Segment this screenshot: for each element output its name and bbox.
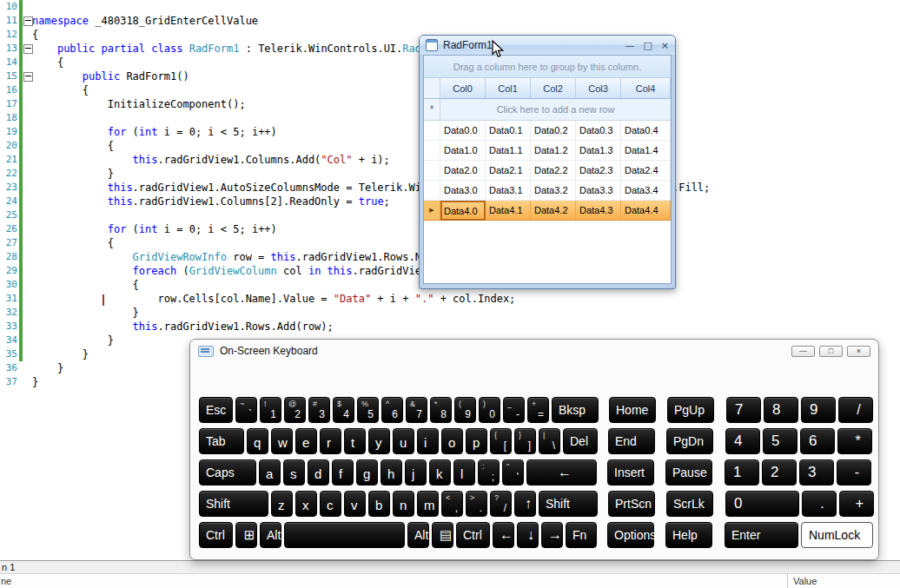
key-esc[interactable]: Esc <box>199 397 233 423</box>
key-numpad8[interactable]: 8 <box>764 397 798 423</box>
minimize-button[interactable]: — <box>625 41 634 50</box>
key-arrow-down[interactable]: ↓ <box>517 522 539 548</box>
key-numpad-enter[interactable]: Enter <box>725 522 798 548</box>
key-numpad-decimal[interactable]: . <box>802 491 837 517</box>
key-n[interactable]: n <box>393 491 414 517</box>
key-tab[interactable]: Tab <box>199 428 244 454</box>
key-5[interactable]: %5 <box>357 397 379 423</box>
key-p[interactable]: p <box>466 428 487 454</box>
key-win[interactable]: ⊞ <box>235 522 257 548</box>
fold-collapse-icon[interactable] <box>23 44 33 54</box>
key-c[interactable]: c <box>320 491 341 517</box>
key-g[interactable]: g <box>356 459 378 486</box>
key-arrow-right[interactable]: → <box>541 522 563 548</box>
column-header-col0[interactable]: Col0 <box>440 78 486 99</box>
key-backslash[interactable]: |\ <box>539 428 560 454</box>
key-arrow-up[interactable]: ↑ <box>514 491 536 517</box>
key-m[interactable]: m <box>417 491 439 517</box>
close-button[interactable]: × <box>661 41 669 50</box>
grid-cell[interactable]: Data0.1 <box>486 121 531 141</box>
key-1[interactable]: !1 <box>260 397 281 423</box>
key-options[interactable]: Options <box>607 522 654 548</box>
key-key[interactable]: ~` <box>235 397 257 423</box>
column-header-col2[interactable]: Col2 <box>531 78 576 99</box>
key-numpad-add[interactable]: + <box>839 491 874 517</box>
key-7[interactable]: &7 <box>406 397 427 423</box>
key-2[interactable]: @2 <box>284 397 306 423</box>
grid-cell[interactable]: Data4.1 <box>486 201 531 221</box>
key-l[interactable]: l <box>453 459 475 486</box>
grid-cell[interactable]: Data3.3 <box>576 181 621 201</box>
key-0[interactable]: )0 <box>479 397 500 423</box>
grid-cell[interactable]: Data2.2 <box>531 161 576 181</box>
key-x[interactable]: x <box>295 491 317 517</box>
grid-cell[interactable]: Data1.2 <box>531 141 576 161</box>
key-pause[interactable]: Pause <box>665 459 712 486</box>
key-8[interactable]: *8 <box>430 397 452 423</box>
key-equals[interactable]: += <box>527 397 549 423</box>
key-6[interactable]: ^6 <box>381 397 403 423</box>
grid-cell[interactable]: Data1.3 <box>576 141 621 161</box>
key-comma[interactable]: <, <box>441 491 463 517</box>
grid-cell[interactable]: Data1.1 <box>486 141 531 161</box>
key-u[interactable]: u <box>393 428 414 454</box>
grid-row-1[interactable]: Data1.0Data1.1Data1.2Data1.3Data1.4 <box>424 141 671 161</box>
code-line[interactable]: 32 } <box>0 306 900 320</box>
key-numpad-multiply[interactable]: * <box>837 428 872 454</box>
key-bksp[interactable]: Bksp <box>552 397 599 423</box>
grid-cell[interactable]: Data4.2 <box>531 201 576 221</box>
restore-button[interactable]: □ <box>819 346 843 357</box>
key-help[interactable]: Help <box>665 522 712 548</box>
column-header-col4[interactable]: Col4 <box>621 78 671 99</box>
key-numpad3[interactable]: 3 <box>799 459 834 486</box>
key-q[interactable]: q <box>247 428 268 454</box>
key-f[interactable]: f <box>332 459 354 486</box>
key-numpad5[interactable]: 5 <box>763 428 797 454</box>
key-numlock[interactable]: NumLock <box>801 522 873 548</box>
grid-cell[interactable]: Data3.1 <box>486 181 531 201</box>
grid-cell[interactable]: Data4.0 <box>440 201 486 221</box>
key-numpad-divide[interactable]: / <box>838 397 873 423</box>
key-pgdn[interactable]: PgDn <box>666 428 713 454</box>
key-v[interactable]: v <box>344 491 366 517</box>
key-d[interactable]: d <box>308 459 329 486</box>
grid-row-0[interactable]: Data0.0Data0.1Data0.2Data0.3Data0.4 <box>424 121 671 141</box>
key-slash[interactable]: ?/ <box>490 491 512 517</box>
grid-cell[interactable]: Data0.2 <box>531 121 576 141</box>
key-fn[interactable]: Fn <box>566 522 597 548</box>
close-button[interactable]: × <box>847 346 870 357</box>
key-e[interactable]: e <box>295 428 317 454</box>
grid-cell[interactable]: Data2.4 <box>621 161 671 181</box>
grid-row-3[interactable]: Data3.0Data3.1Data3.2Data3.3Data3.4 <box>424 181 671 201</box>
grid-cell[interactable]: Data1.4 <box>621 141 671 161</box>
key-3[interactable]: #3 <box>308 397 330 423</box>
key-y[interactable]: y <box>368 428 390 454</box>
key-numpad0[interactable]: 0 <box>725 491 799 517</box>
key-o[interactable]: o <box>441 428 463 454</box>
key-right-shift[interactable]: Shift <box>539 491 598 517</box>
grid-cell[interactable]: Data1.0 <box>440 141 486 161</box>
key-j[interactable]: j <box>405 459 427 486</box>
key-ctrl[interactable]: Ctrl <box>199 522 233 548</box>
grid-row-2[interactable]: Data2.0Data2.1Data2.2Data2.3Data2.4 <box>424 161 671 181</box>
grid-cell[interactable]: Data3.0 <box>440 181 486 201</box>
key-w[interactable]: w <box>271 428 293 454</box>
grid-cell[interactable]: Data2.3 <box>576 161 621 181</box>
key-numpad4[interactable]: 4 <box>725 428 760 454</box>
key-numpad7[interactable]: 7 <box>726 397 761 423</box>
grid-new-row[interactable]: * Click here to add a new row <box>424 99 671 121</box>
key-z[interactable]: z <box>271 491 293 517</box>
key-enter-return[interactable]: ← <box>526 459 597 486</box>
key-menu[interactable]: ▤ <box>432 522 453 548</box>
grid-cell[interactable]: Data3.4 <box>621 181 671 201</box>
key-del[interactable]: Del <box>563 428 598 454</box>
grid-cell[interactable]: Data4.4 <box>621 201 671 221</box>
grid-cell[interactable]: Data3.2 <box>531 181 576 201</box>
key-numpad2[interactable]: 2 <box>762 459 797 486</box>
key-b[interactable]: b <box>368 491 390 517</box>
column-separator[interactable] <box>787 574 788 588</box>
fold-collapse-icon[interactable] <box>23 72 33 82</box>
radform-titlebar[interactable]: RadForm1 —□× <box>420 36 675 55</box>
key-home[interactable]: Home <box>609 397 656 423</box>
grid-cell[interactable]: Data0.4 <box>621 121 671 141</box>
